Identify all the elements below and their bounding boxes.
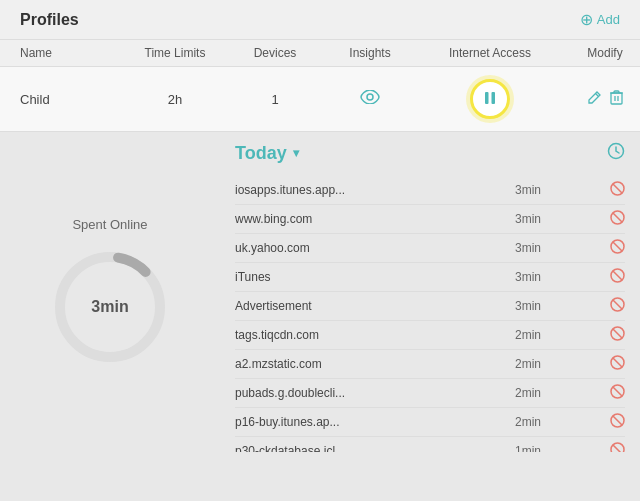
usage-time: 2min (496, 415, 541, 429)
time-display: 3min (91, 298, 128, 316)
list-item: a2.mzstatic.com 2min (235, 350, 625, 379)
svg-point-16 (611, 443, 624, 452)
clock-icon[interactable] (607, 142, 625, 164)
list-item: pubads.g.doublecli... 2min (235, 379, 625, 408)
today-dropdown[interactable]: Today ▾ (235, 143, 299, 164)
usage-time: 1min (496, 444, 541, 452)
usage-domain: iTunes (235, 270, 435, 284)
usage-time: 3min (496, 241, 541, 255)
block-icon[interactable] (610, 297, 625, 315)
list-item: iosapps.itunes.app... 3min (235, 176, 625, 205)
chevron-down-icon: ▾ (293, 146, 299, 160)
right-panel: Today ▾ iosapps.itunes.app... 3min www (220, 132, 640, 452)
row-insights (320, 90, 420, 108)
col-internet-access: Internet Access (420, 46, 560, 60)
block-icon[interactable] (610, 326, 625, 344)
usage-time: 2min (496, 328, 541, 342)
usage-time: 2min (496, 357, 541, 371)
usage-list: iosapps.itunes.app... 3min www.bing.com … (235, 176, 625, 452)
top-bar: Profiles ⊕ Add (0, 0, 640, 40)
usage-time: 2min (496, 386, 541, 400)
list-item: tags.tiqcdn.com 2min (235, 321, 625, 350)
spent-online-label: Spent Online (72, 217, 147, 232)
row-internet-access (420, 79, 560, 119)
list-item: iTunes 3min (235, 263, 625, 292)
usage-time: 3min (496, 183, 541, 197)
row-modify (560, 90, 640, 108)
delete-icon[interactable] (610, 90, 623, 108)
block-icon[interactable] (610, 413, 625, 431)
usage-time: 3min (496, 212, 541, 226)
usage-domain: pubads.g.doublecli... (235, 386, 435, 400)
col-name: Name (20, 46, 120, 60)
col-time-limits: Time Limits (120, 46, 230, 60)
add-label: Add (597, 12, 620, 27)
edit-icon[interactable] (587, 90, 602, 108)
pause-internet-button[interactable] (470, 79, 510, 119)
svg-rect-2 (492, 92, 496, 104)
panel-header: Today ▾ (235, 142, 625, 164)
table-row: Child 2h 1 (0, 67, 640, 132)
block-icon[interactable] (610, 239, 625, 257)
usage-domain: p30-ckdatabase.icl... (235, 444, 435, 452)
left-panel: Spent Online 3min (0, 132, 220, 452)
list-item: www.bing.com 3min (235, 205, 625, 234)
svg-point-0 (367, 94, 373, 100)
block-icon[interactable] (610, 268, 625, 286)
pause-icon (484, 91, 496, 108)
table-header: Name Time Limits Devices Insights Intern… (0, 40, 640, 67)
profiles-title: Profiles (20, 11, 79, 29)
add-icon: ⊕ (580, 10, 593, 29)
svg-rect-1 (485, 92, 489, 104)
block-icon[interactable] (610, 210, 625, 228)
usage-domain: a2.mzstatic.com (235, 357, 435, 371)
usage-domain: uk.yahoo.com (235, 241, 435, 255)
row-time-limits: 2h (120, 92, 230, 107)
usage-time: 3min (496, 299, 541, 313)
today-label: Today (235, 143, 287, 164)
row-devices: 1 (230, 92, 320, 107)
list-item: p16-buy.itunes.ap... 2min (235, 408, 625, 437)
col-devices: Devices (230, 46, 320, 60)
svg-rect-3 (611, 93, 622, 104)
usage-domain: Advertisement (235, 299, 435, 313)
list-item: p30-ckdatabase.icl... 1min (235, 437, 625, 452)
add-profile-button[interactable]: ⊕ Add (580, 10, 620, 29)
block-icon[interactable] (610, 355, 625, 373)
col-modify: Modify (560, 46, 640, 60)
donut-chart: 3min (50, 247, 170, 367)
block-icon[interactable] (610, 384, 625, 402)
usage-domain: www.bing.com (235, 212, 435, 226)
usage-time: 3min (496, 270, 541, 284)
usage-domain: tags.tiqcdn.com (235, 328, 435, 342)
usage-domain: p16-buy.itunes.ap... (235, 415, 435, 429)
list-item: Advertisement 3min (235, 292, 625, 321)
eye-icon[interactable] (360, 90, 380, 107)
block-icon[interactable] (610, 181, 625, 199)
block-icon[interactable] (610, 442, 625, 452)
list-item: uk.yahoo.com 3min (235, 234, 625, 263)
bottom-section: Spent Online 3min Today ▾ iosap (0, 132, 640, 452)
col-insights: Insights (320, 46, 420, 60)
row-name: Child (20, 92, 120, 107)
usage-domain: iosapps.itunes.app... (235, 183, 435, 197)
